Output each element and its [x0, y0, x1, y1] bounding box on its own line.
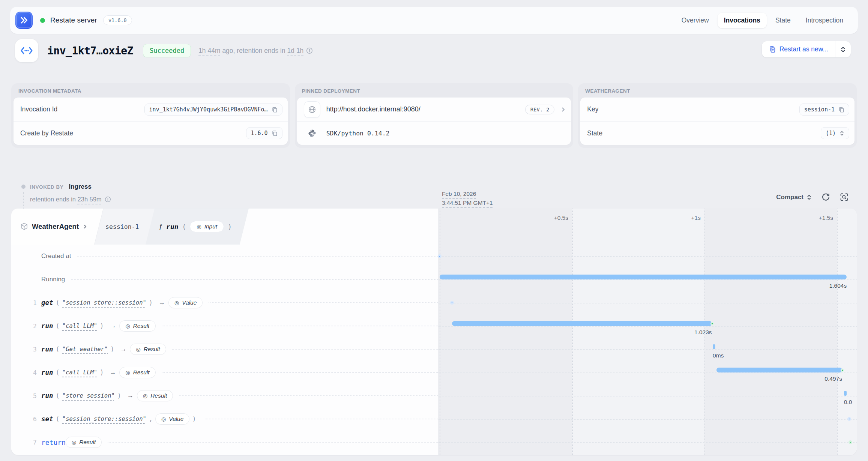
arrow-glyph: →: [159, 299, 165, 306]
timeline-track-line: [438, 372, 857, 373]
badge-label: Value: [169, 416, 183, 422]
punctuation: (: [56, 299, 60, 306]
nav-tab-invocations[interactable]: Invocations: [718, 13, 767, 28]
result-badge[interactable]: ◎Result: [130, 344, 166, 355]
tick-label: +1s: [691, 215, 704, 221]
timeline-cell-entry-1: [438, 291, 857, 314]
deployment-endpoint-row[interactable]: http://host.docker.internal:9080/ REV. 2: [297, 98, 571, 121]
timeline-track-line: [438, 442, 857, 443]
timeline-track-line: [438, 303, 857, 303]
duration-label: 1.023s: [694, 329, 712, 336]
bar-end-green-dot: [841, 368, 844, 372]
input-badge-label: Input: [204, 223, 217, 230]
card-title: PINNED DEPLOYMENT: [297, 83, 571, 98]
service-cube-icon: [20, 222, 28, 231]
invocation-time: 1h 44m ago, retention ends in 1d 1h: [198, 47, 313, 55]
view-icon: ◎: [161, 416, 166, 422]
journal-row-entry-7: 7return◎Result: [11, 431, 857, 454]
journal-row-entry-4: 4run("call LLM")→◎Result0.497s: [11, 361, 857, 384]
input-badge[interactable]: ◎ Input: [190, 221, 224, 232]
entry-number: 6: [28, 416, 37, 423]
entry-argument: "call LLM": [62, 369, 97, 376]
function-symbol: ƒ: [158, 222, 162, 231]
top-bar: Restate server v1.6.0 OverviewInvocation…: [10, 7, 858, 34]
refresh-icon[interactable]: [821, 193, 830, 201]
return-keyword: return: [41, 438, 66, 446]
trace-table: WeatherAgent session-1 ƒ run ( ◎ Input: [11, 209, 857, 455]
status-badge: Succeeded: [143, 44, 191, 57]
result-badge[interactable]: ◎Result: [119, 367, 155, 378]
timeline-blue-dot[interactable]: [847, 417, 851, 421]
chevron-right-icon: [83, 224, 87, 229]
entry-number: 4: [28, 369, 37, 376]
timeline-axis: +0.5s+1s+1.5s: [438, 209, 857, 245]
result-badge[interactable]: ◎Result: [66, 437, 102, 448]
invocation-id-value: inv_1kt7Gh4vJWjY0quwk3GiP8avDGVNFo…: [144, 104, 282, 116]
timeline-instant-tick[interactable]: [713, 344, 715, 349]
info-icon[interactable]: [306, 47, 313, 54]
copy-icon[interactable]: [272, 107, 278, 113]
timeline-duration-bar[interactable]: [440, 275, 847, 279]
entry-keyword: set: [41, 415, 53, 423]
entry-argument: "call LLM": [62, 323, 97, 329]
timeline-blue-dot[interactable]: [450, 301, 454, 305]
arrow-glyph: →: [110, 369, 116, 376]
restart-options-toggle[interactable]: [835, 41, 851, 57]
restart-as-new-button[interactable]: Restart as new...: [762, 41, 835, 57]
nav-tab-state[interactable]: State: [769, 13, 797, 28]
journal-entry-entry-1: 1get("session_store::session")→◎Value: [11, 291, 438, 314]
info-icon[interactable]: [105, 196, 111, 203]
value-badge[interactable]: ◎Value: [155, 413, 189, 425]
nav-tab-overview[interactable]: Overview: [675, 13, 715, 28]
nav-tab-introspection[interactable]: Introspection: [799, 13, 850, 28]
result-badge[interactable]: ◎Result: [119, 320, 155, 332]
service-key-row: Key session-1: [580, 98, 854, 121]
dotted-leader: [172, 349, 438, 350]
badge-label: Result: [150, 392, 167, 399]
journal-entry-created-at: Created at: [11, 245, 438, 268]
journal-row-entry-6: 6set("session_store::session",◎Value): [11, 407, 857, 431]
copy-icon[interactable]: [838, 107, 844, 113]
view-icon: ◎: [136, 347, 140, 352]
punctuation: (: [56, 369, 60, 376]
code-icon: [15, 39, 38, 62]
card-title: INVOCATION METADATA: [14, 83, 288, 98]
timeline-track-line: [438, 326, 857, 327]
timeline-cell-entry-6: [438, 407, 857, 431]
timeline-cell-entry-3: 0ms: [438, 338, 857, 361]
dotted-leader: [162, 372, 438, 373]
timeline-duration-bar[interactable]: [716, 368, 842, 372]
app-title: Restate server: [50, 16, 97, 24]
badge-label: Result: [144, 346, 160, 353]
key-segment[interactable]: session-1: [94, 209, 150, 245]
entry-argument: "Get weather": [62, 346, 108, 353]
invoker-connector-line: [23, 192, 24, 209]
service-segment[interactable]: WeatherAgent: [11, 209, 99, 245]
entry-keyword: run: [41, 369, 53, 376]
result-badge[interactable]: ◎Result: [137, 390, 173, 401]
density-value: Compact: [776, 194, 803, 201]
view-icon: ◎: [174, 300, 179, 305]
state-expander[interactable]: (1): [821, 127, 849, 139]
timeline-cell-entry-2: 1.023s: [438, 314, 857, 338]
value-badge[interactable]: ◎Value: [168, 297, 203, 308]
copy-icon[interactable]: [272, 130, 278, 136]
dotted-leader: [179, 395, 438, 396]
density-select[interactable]: Compact: [776, 194, 812, 201]
timeline-blue-dot[interactable]: [438, 254, 442, 258]
punctuation: (: [56, 345, 60, 353]
invoked-by-value: Ingress: [69, 183, 91, 191]
timeline-green-dot[interactable]: [848, 440, 852, 444]
entry-number: 1: [28, 299, 37, 306]
entry-number: 3: [28, 346, 37, 353]
zoom-to-fit-icon[interactable]: [840, 193, 848, 201]
timeline-duration-bar[interactable]: [452, 321, 712, 326]
invocation-metadata-card: INVOCATION METADATA Invocation Id inv_1k…: [11, 83, 290, 148]
metadata-cards: INVOCATION METADATA Invocation Id inv_1k…: [11, 83, 857, 148]
timeline-instant-tick[interactable]: [844, 391, 847, 396]
row-label: Invocation Id: [20, 105, 57, 113]
created-by-row: Create by Restate 1.6.0: [14, 121, 288, 145]
timeline-cell-running: 1.604s: [438, 268, 857, 291]
chevron-up-down-icon: [839, 130, 844, 137]
card-title: WEATHERAGENT: [580, 83, 854, 98]
